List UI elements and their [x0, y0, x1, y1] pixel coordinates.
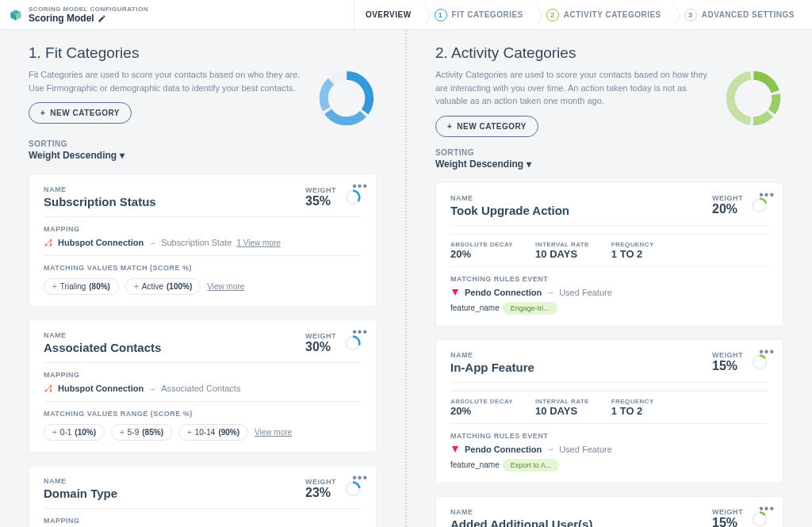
value-chip[interactable]: + Active (100%)	[125, 278, 201, 295]
card-weight: 23%	[305, 486, 336, 500]
arrow-right-icon: →	[148, 239, 156, 247]
card-menu-icon[interactable]: •••	[759, 188, 775, 202]
edit-icon[interactable]	[98, 14, 106, 23]
rule-target: Used Feature	[559, 445, 612, 454]
tab-activity-categories[interactable]: 2 ACTIVITY CATEGORIES	[534, 0, 672, 29]
rules-event-label: MATCHING RULES EVENT	[450, 275, 768, 283]
frequency-label: FREQUENCY	[611, 241, 654, 248]
wizard-tabs: OVERVIEW 1 FIT CATEGORIES 2 ACTIVITY CAT…	[354, 0, 806, 29]
decay-label: ABSOLUTE DECAY	[450, 398, 513, 405]
tab-label: ACTIVITY CATEGORIES	[564, 10, 661, 19]
view-more-link[interactable]: 1 View more	[236, 239, 280, 247]
card-menu-icon[interactable]: •••	[352, 325, 368, 339]
chevron-down-icon: ▾	[120, 150, 124, 161]
card-name: Associated Contacts	[44, 341, 161, 354]
interval-label: INTERVAL RATE	[535, 241, 589, 248]
header-title-block: SCORING MODEL CONFIGURATION Scoring Mode…	[6, 6, 148, 24]
header-bar: SCORING MODEL CONFIGURATION Scoring Mode…	[0, 0, 812, 30]
card-name: Domain Type	[44, 487, 117, 500]
decay-label: ABSOLUTE DECAY	[450, 241, 513, 248]
step-number-icon: 2	[546, 9, 559, 21]
fit-column: 1. Fit Categories Fit Categories are use…	[0, 30, 407, 527]
name-label: NAME	[44, 185, 156, 193]
frequency-value: 1 TO 2	[611, 405, 654, 417]
arrow-right-icon: →	[148, 384, 156, 393]
card-weight: 35%	[305, 194, 336, 208]
feature-tag: Export to A...	[503, 459, 560, 472]
card-menu-icon[interactable]: •••	[759, 502, 775, 516]
header-title-text: Scoring Model	[29, 13, 94, 24]
step-number-icon: 1	[435, 9, 447, 21]
matching-label: MATCHING VALUES RANGE (SCORE %)	[44, 410, 362, 418]
view-more-link[interactable]: View more	[207, 282, 244, 291]
plus-icon: +	[187, 428, 192, 437]
fit-card: ••• NAME Subscription Status WEIGHT 35% …	[29, 174, 377, 307]
tab-fit-categories[interactable]: 1 FIT CATEGORIES	[423, 0, 534, 29]
tab-label: ADVANCED SETTINGS	[702, 10, 795, 19]
value-chip[interactable]: + 5-9 (85%)	[111, 424, 172, 441]
chevron-down-icon: ▾	[527, 158, 531, 170]
pendo-icon	[450, 288, 460, 297]
mapping-source: Hubspot Connection	[58, 238, 144, 247]
sorting-value-text: Weight Descending	[435, 158, 523, 170]
sorting-dropdown[interactable]: Weight Descending ▾	[29, 150, 377, 161]
pendo-icon	[450, 445, 460, 454]
mapping-label: MAPPING	[44, 225, 362, 233]
new-category-button[interactable]: + NEW CATEGORY	[29, 102, 132, 124]
tab-label: OVERVIEW	[366, 10, 412, 19]
cube-icon	[10, 9, 22, 21]
name-label: NAME	[450, 194, 569, 202]
card-menu-icon[interactable]: •••	[352, 179, 368, 193]
decay-value: 20%	[450, 405, 513, 417]
header-subtitle: SCORING MODEL CONFIGURATION	[29, 6, 148, 13]
sorting-label: SORTING	[435, 148, 783, 157]
plus-icon: +	[120, 428, 124, 437]
card-weight: 20%	[712, 202, 743, 216]
fit-section-desc: Fit Categories are used to score your co…	[29, 68, 304, 94]
rule-source: Pendo Connection	[465, 288, 542, 297]
fit-donut-chart	[316, 68, 377, 128]
card-menu-icon[interactable]: •••	[352, 471, 368, 485]
mapping-label: MAPPING	[44, 517, 362, 525]
mapping-source: Hubspot Connection	[58, 384, 144, 393]
value-chip[interactable]: + Trialing (80%)	[44, 278, 119, 295]
interval-value: 10 DAYS	[535, 248, 589, 260]
plus-icon: +	[134, 282, 139, 291]
frequency-value: 1 TO 2	[611, 248, 654, 260]
mapping-target: Subscription State	[161, 238, 232, 247]
button-label: NEW CATEGORY	[457, 122, 527, 131]
card-name: Subscription Status	[44, 195, 156, 208]
tab-label: FIT CATEGORIES	[452, 10, 523, 19]
arrow-right-icon: →	[546, 288, 554, 296]
new-category-button[interactable]: + NEW CATEGORY	[435, 116, 538, 137]
decay-value: 20%	[450, 248, 513, 260]
card-menu-icon[interactable]: •••	[759, 345, 775, 359]
weight-label: WEIGHT	[712, 508, 743, 516]
weight-label: WEIGHT	[305, 332, 336, 340]
card-weight: 30%	[305, 340, 336, 354]
value-chip[interactable]: + 0-1 (10%)	[44, 424, 105, 441]
value-chip[interactable]: + 10-14 (90%)	[178, 424, 248, 441]
sorting-dropdown[interactable]: Weight Descending ▾	[435, 158, 783, 170]
card-name: In-App Feature	[450, 361, 534, 374]
plus-icon: +	[52, 428, 57, 437]
sorting-value-text: Weight Descending	[29, 150, 117, 161]
rules-event-label: MATCHING RULES EVENT	[450, 432, 768, 440]
feature-name-label: feature_name	[450, 460, 500, 469]
activity-card: ••• NAME Added Additional User(s) WEIGHT…	[435, 496, 783, 528]
tab-advanced-settings[interactable]: 3 ADVANCED SETTINGS	[672, 0, 806, 29]
view-more-link[interactable]: View more	[255, 428, 292, 437]
mapping-label: MAPPING	[44, 371, 362, 379]
hubspot-icon	[44, 238, 53, 247]
plus-icon: +	[40, 109, 45, 117]
activity-card: ••• NAME In-App Feature WEIGHT 15% ABSOL…	[435, 339, 783, 483]
feature-tag: Engage-tri...	[503, 302, 557, 315]
card-weight: 15%	[712, 359, 743, 373]
frequency-label: FREQUENCY	[611, 398, 654, 405]
sorting-label: SORTING	[29, 139, 377, 148]
card-name: Added Additional User(s)	[450, 517, 592, 528]
tab-overview[interactable]: OVERVIEW	[354, 0, 423, 29]
mapping-target: Associated Contacts	[161, 384, 240, 393]
card-name: Took Upgrade Action	[450, 204, 569, 217]
feature-name-label: feature_name	[450, 304, 500, 312]
